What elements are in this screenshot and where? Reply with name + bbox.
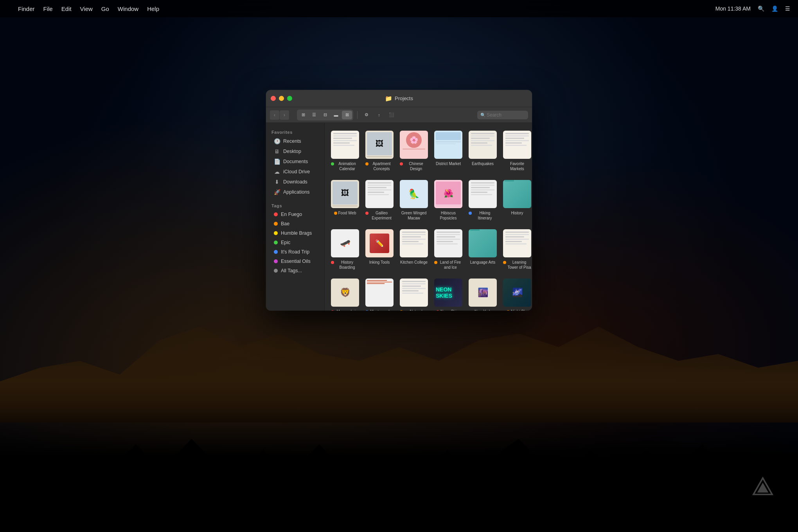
file-name-label: Hibiscus Popsicles — [434, 210, 462, 221]
file-item-chinese-design[interactable]: 🌸 Chinese Design — [398, 128, 430, 174]
file-item-new-york[interactable]: 🌆New York — [467, 276, 498, 311]
menubar-user-icon[interactable]: 👤 — [771, 5, 778, 12]
file-thumbnail — [400, 279, 428, 307]
humble-brags-dot — [274, 231, 278, 235]
file-name-label: Apartment Concepts — [370, 161, 394, 171]
file-name-label: Language Arts — [470, 260, 496, 265]
file-item-kitchen-college[interactable]: Kitchen College — [398, 227, 430, 272]
tag-all-tags-label: All Tags... — [281, 268, 302, 273]
applications-icon: 🚀 — [274, 189, 280, 195]
file-tag-dot — [469, 212, 472, 215]
menu-window[interactable]: Window — [118, 5, 138, 12]
file-item-natural-history[interactable]: Natural History — [398, 276, 430, 311]
file-item-inking-tools[interactable]: ✏️ Inking Tools — [364, 227, 395, 272]
menu-view[interactable]: View — [80, 5, 93, 12]
sidebar-item-desktop[interactable]: 🖥 Desktop — [268, 146, 322, 156]
icon-view-button[interactable]: ⊞ — [298, 111, 308, 119]
close-button[interactable] — [271, 96, 276, 101]
file-item-food-web[interactable]: 🖼 Food Web — [329, 178, 361, 223]
file-thumbnail — [434, 229, 462, 257]
icloud-icon: ☁ — [274, 169, 280, 175]
file-item-district-market[interactable]: District Market — [433, 128, 464, 174]
finder-body: Favorites 🕐 Recents 🖥 Desktop 📄 Document… — [266, 123, 532, 311]
file-thumbnail: ✏️ — [365, 229, 394, 257]
file-item-hiking-itinerary[interactable]: Hiking Itinerary — [467, 178, 498, 223]
menubar-time: Mon 11:38 AM — [715, 5, 751, 12]
file-item-history-boarding[interactable]: 🛹History Boarding — [329, 227, 361, 272]
file-item-leaning-tower-of-pisa[interactable]: Leaning Tower of Pisa — [501, 227, 532, 272]
menubar-control-center[interactable]: ☰ — [785, 5, 790, 12]
file-thumbnail: 🖼 — [365, 131, 394, 159]
file-name-label: Mammals in Africa — [335, 309, 359, 311]
downloads-icon: ⬇ — [274, 179, 280, 185]
sidebar-tag-essential-oils[interactable]: Essential Oils — [268, 257, 322, 266]
file-tag-dot — [434, 261, 437, 264]
maximize-button[interactable] — [287, 96, 292, 101]
file-item-apartment-concepts[interactable]: 🖼 Apartment Concepts — [364, 128, 395, 174]
sidebar-tag-epic[interactable]: Epic — [268, 238, 322, 247]
file-tag-dot — [436, 310, 439, 311]
sidebar-item-applications-label: Applications — [283, 189, 309, 195]
menubar-search-icon[interactable]: 🔍 — [758, 5, 764, 12]
file-item-galileo-experiment[interactable]: Galileo Experiment — [364, 178, 395, 223]
sidebar-item-documents[interactable]: 📄 Documents — [268, 156, 322, 167]
essential-oils-dot — [274, 259, 278, 263]
sidebar-tag-road-trip[interactable]: It's Road Trip — [268, 247, 322, 257]
menu-finder[interactable]: Finder — [18, 5, 35, 12]
view-mode-buttons: ⊞ ☰ ⊟ ▬ ⊠ — [297, 110, 353, 120]
back-button[interactable]: ‹ — [270, 110, 279, 120]
desktop-icon: 🖥 — [274, 148, 280, 155]
finder-window: 📁 Projects ‹ › ⊞ ☰ ⊟ ▬ ⊠ ⚙ ↑ ⬛ 🔍 Favori — [266, 90, 532, 311]
file-item-neon-skies[interactable]: NEON SKIES Neon Skies — [433, 276, 464, 311]
gallery-view-button[interactable]: ▬ — [331, 111, 341, 119]
tag-button[interactable]: ⬛ — [386, 111, 397, 119]
sidebar-item-recents[interactable]: 🕐 Recents — [268, 136, 322, 146]
file-tag-dot — [331, 162, 334, 165]
file-item-animation-calendar[interactable]: Animation Calendar — [329, 128, 361, 174]
file-item-night-sky[interactable]: 🌌Night Sky — [501, 276, 532, 311]
file-item-favorite-markets[interactable]: Favorite Markets — [501, 128, 532, 174]
sidebar-item-icloud[interactable]: ☁ iCloud Drive — [268, 167, 322, 177]
file-item-history[interactable]: History — [501, 178, 532, 223]
file-name-label: History Boarding — [335, 260, 359, 270]
file-item-language-arts[interactable]: Language Arts — [467, 227, 498, 272]
file-item-most-popular-skate-parks[interactable]: Most popular Skate Parks — [364, 276, 395, 311]
menu-go[interactable]: Go — [101, 5, 109, 12]
sidebar-tag-en-fuego[interactable]: En Fuego — [268, 210, 322, 219]
list-view-button[interactable]: ☰ — [309, 111, 319, 119]
traffic-lights — [271, 96, 292, 101]
file-item-land-of-fire-and-ice[interactable]: Land of Fire and Ice — [433, 227, 464, 272]
file-item-mammals-in-africa[interactable]: 🦁Mammals in Africa — [329, 276, 361, 311]
file-name-label: Night Sky — [511, 309, 528, 311]
search-input[interactable] — [477, 111, 528, 119]
file-thumbnail: 🛹 — [331, 229, 359, 257]
file-tag-dot — [365, 162, 368, 165]
file-thumbnail: 🌌 — [503, 279, 531, 307]
recents-icon: 🕐 — [274, 138, 280, 144]
file-thumbnail: 🌺 — [434, 180, 462, 208]
grid-view-button[interactable]: ⊠ — [342, 111, 352, 119]
file-thumbnail — [365, 279, 394, 307]
bae-dot — [274, 222, 278, 226]
sidebar-item-downloads[interactable]: ⬇ Downloads — [268, 177, 322, 187]
file-name-label: Natural History — [404, 309, 428, 311]
column-view-button[interactable]: ⊟ — [320, 111, 330, 119]
sidebar-item-applications[interactable]: 🚀 Applications — [268, 187, 322, 197]
sidebar-tag-bae[interactable]: Bae — [268, 219, 322, 228]
file-item-green-winged-macaw[interactable]: 🦜Green Winged Macaw — [398, 178, 430, 223]
file-item-earthquakes[interactable]: Earthquakes — [467, 128, 498, 174]
action-button[interactable]: ⚙ — [361, 111, 372, 119]
menu-help[interactable]: Help — [147, 5, 159, 12]
file-tag-dot — [331, 310, 334, 311]
file-thumbnail — [469, 180, 497, 208]
file-item-hibiscus-popsicles[interactable]: 🌺 Hibiscus Popsicles — [433, 178, 464, 223]
forward-button[interactable]: › — [280, 110, 289, 120]
sidebar-item-desktop-label: Desktop — [283, 149, 301, 154]
share-button[interactable]: ↑ — [374, 111, 384, 119]
sidebar-tag-humble-brags[interactable]: Humble Brags — [268, 228, 322, 238]
minimize-button[interactable] — [279, 96, 284, 101]
file-thumbnail — [365, 180, 394, 208]
menu-edit[interactable]: Edit — [61, 5, 72, 12]
sidebar-tag-all-tags[interactable]: All Tags... — [268, 266, 322, 275]
menu-file[interactable]: File — [43, 5, 53, 12]
